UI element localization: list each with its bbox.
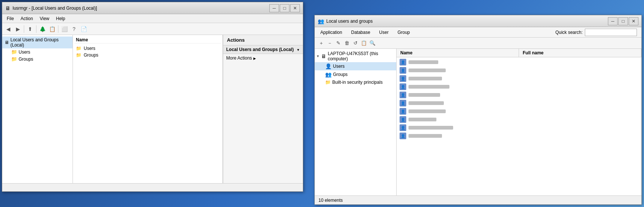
list-item[interactable]: 👤 xyxy=(397,74,641,83)
col-header-name[interactable]: Name xyxy=(397,49,519,57)
avatar: 👤 xyxy=(400,83,406,90)
right-tree-users[interactable]: 👤 Users xyxy=(315,62,396,70)
close-button[interactable]: ✕ xyxy=(290,4,300,12)
up-button[interactable]: ⬆ xyxy=(26,25,35,34)
avatar: 👤 xyxy=(400,59,406,66)
user-name-blurred xyxy=(408,85,449,89)
remove-user-button[interactable]: － xyxy=(326,39,334,47)
right-close-button[interactable]: ✕ xyxy=(629,17,638,25)
back-button[interactable]: ◀ xyxy=(4,25,13,34)
local-users-groups-window: 👥 Local users and groups ─ □ ✕ Applicati… xyxy=(314,15,642,205)
menu-view[interactable]: View xyxy=(37,15,52,22)
search-button[interactable]: 🔍 xyxy=(368,39,377,47)
toolbar-separator-3 xyxy=(58,25,58,33)
computer-icon: 🖥 xyxy=(4,40,9,45)
list-item[interactable]: 👤 xyxy=(397,58,641,66)
menu-database[interactable]: Database xyxy=(347,28,374,36)
user-name-blurred xyxy=(408,118,436,121)
user-name-blurred xyxy=(408,60,438,64)
user-name-blurred xyxy=(408,93,440,97)
list-item[interactable]: 👤 xyxy=(397,99,641,107)
user-icon-tree-users: 👤 xyxy=(325,63,331,69)
tree-groups-item[interactable]: 📁 Groups xyxy=(2,55,73,63)
right-maximize-button[interactable]: □ xyxy=(618,17,628,25)
left-main-area: 🖥 Local Users and Groups (Local) 📁 Users… xyxy=(2,35,303,183)
tree-users-item[interactable]: 📁 Users xyxy=(2,48,73,55)
right-tree-root-label: LAPTOP-U47KS53T (this computer) xyxy=(328,51,395,61)
avatar: 👤 xyxy=(400,116,406,123)
content-users-item[interactable]: 📁 Users xyxy=(74,45,221,52)
new-window-button[interactable]: ⬜ xyxy=(60,25,69,34)
tree-groups-label: Groups xyxy=(19,57,33,62)
more-actions-item[interactable]: More Actions xyxy=(223,54,303,62)
user-icon-tree-groups: 👥 xyxy=(325,71,331,77)
toolbar-separator-1 xyxy=(24,25,24,33)
refresh-button[interactable]: ↺ xyxy=(351,39,359,47)
right-tree-groups-label: Groups xyxy=(333,72,347,77)
list-item[interactable]: 👤 xyxy=(397,115,641,124)
show-hide-tree-button[interactable]: 🌲 xyxy=(38,25,47,34)
left-menu-bar: File Action View Help xyxy=(2,14,303,23)
quick-search-input[interactable] xyxy=(585,29,637,36)
menu-user[interactable]: User xyxy=(375,28,393,36)
right-tree-security[interactable]: 📁 Built-in security principals xyxy=(315,79,396,86)
menu-application[interactable]: Application xyxy=(316,28,346,36)
minimize-button[interactable]: ─ xyxy=(269,4,279,12)
right-window-title: Local users and groups xyxy=(326,19,373,24)
menu-action[interactable]: Action xyxy=(17,15,36,22)
maximize-button[interactable]: □ xyxy=(280,4,289,12)
right-status-text: 10 elements xyxy=(318,198,343,203)
actions-section-chevron xyxy=(297,47,300,52)
list-item[interactable]: 👤 xyxy=(397,132,641,140)
right-tree-pane: ▼ 🖥 LAPTOP-U47KS53T (this computer) 👤 Us… xyxy=(315,49,397,195)
list-item[interactable]: 👤 xyxy=(397,91,641,99)
avatar: 👤 xyxy=(400,75,406,82)
right-tree-groups[interactable]: 👥 Groups xyxy=(315,70,396,79)
list-item[interactable]: 👤 xyxy=(397,83,641,91)
user-name-blurred xyxy=(408,126,453,130)
help-button[interactable]: ? xyxy=(70,25,79,34)
content-groups-item[interactable]: 📁 Groups xyxy=(74,52,221,58)
menu-file[interactable]: File xyxy=(4,15,17,22)
tree-root-item[interactable]: 🖥 Local Users and Groups (Local) xyxy=(2,36,73,48)
list-item[interactable]: 👤 xyxy=(397,107,641,115)
more-actions-label: More Actions xyxy=(226,55,252,61)
menu-group[interactable]: Group xyxy=(393,28,414,36)
actions-header: Actions xyxy=(223,35,303,45)
folder-icon-security: 📁 xyxy=(325,80,331,85)
properties-button[interactable]: 📋 xyxy=(48,25,57,34)
avatar: 👤 xyxy=(400,67,406,74)
edit-button[interactable]: ✎ xyxy=(334,39,342,47)
list-item[interactable]: 👤 xyxy=(397,66,641,74)
folder-icon-users: 📁 xyxy=(11,49,17,55)
more-actions-chevron xyxy=(253,55,256,61)
avatar: 👤 xyxy=(400,92,406,98)
copy-button[interactable]: 📋 xyxy=(360,39,368,47)
add-user-button[interactable]: ＋ xyxy=(317,39,325,47)
right-window-icon: 👥 xyxy=(318,18,324,24)
avatar: 👤 xyxy=(400,124,406,131)
list-item[interactable]: 👤 xyxy=(397,124,641,132)
user-name-blurred xyxy=(408,69,446,72)
right-minimize-button[interactable]: ─ xyxy=(608,17,618,25)
avatar: 👤 xyxy=(400,100,406,106)
computer-icon-right: 🖥 xyxy=(321,53,326,59)
col-header-fullname[interactable]: Full name xyxy=(519,49,641,57)
left-title-bar: 🖥 lusrmgr - [Local Users and Groups (Loc… xyxy=(2,2,303,14)
user-name-blurred xyxy=(408,101,444,105)
left-window-icon: 🖥 xyxy=(5,5,10,11)
left-actions-pane: Actions Local Users and Groups (Local) M… xyxy=(223,35,303,183)
export-list-button[interactable]: 📄 xyxy=(79,25,88,34)
forward-button[interactable]: ▶ xyxy=(13,25,22,34)
content-users-label: Users xyxy=(84,46,95,51)
avatar: 👤 xyxy=(400,133,406,139)
left-status-bar xyxy=(2,183,303,191)
right-main-area: ▼ 🖥 LAPTOP-U47KS53T (this computer) 👤 Us… xyxy=(315,49,641,195)
menu-help[interactable]: Help xyxy=(53,15,68,22)
delete-button[interactable]: 🗑 xyxy=(343,39,351,47)
actions-section-label[interactable]: Local Users and Groups (Local) xyxy=(223,45,303,54)
left-window-title: lusrmgr - [Local Users and Groups (Local… xyxy=(13,6,97,11)
right-tree-root[interactable]: ▼ 🖥 LAPTOP-U47KS53T (this computer) xyxy=(315,50,396,62)
right-tree-security-label: Built-in security principals xyxy=(332,80,382,85)
actions-section-text: Local Users and Groups (Local) xyxy=(226,47,294,52)
